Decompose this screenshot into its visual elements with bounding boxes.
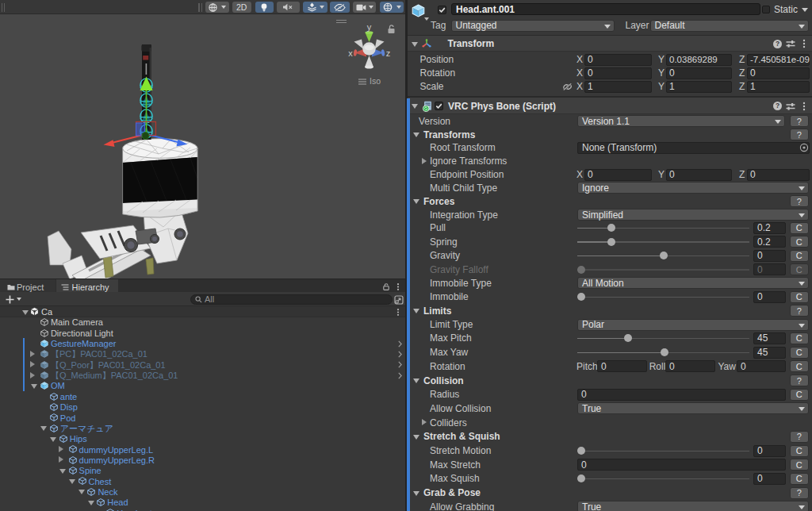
svg-text:x: x: [348, 48, 353, 58]
svg-text:y: y: [367, 22, 372, 32]
svg-text:Iso: Iso: [370, 76, 381, 86]
svg-text:z: z: [386, 48, 391, 58]
svg-text:?: ?: [776, 40, 779, 48]
svg-text:?: ?: [776, 102, 779, 110]
